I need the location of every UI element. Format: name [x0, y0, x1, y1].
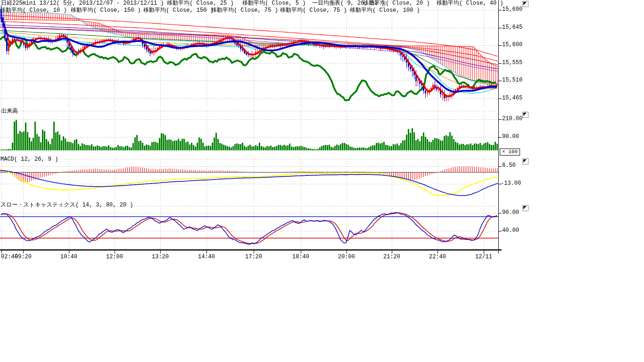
legend-ma-75b: 移動平均( Close, 75 ) [280, 8, 347, 14]
stoch-axis-label: 40.00 [502, 228, 519, 234]
legend-ma-5: 移動平均( Close, 5 ) [242, 0, 305, 7]
stoch-pane-resize-icon[interactable] [522, 205, 528, 211]
price-axis-label: 15,690 [502, 7, 522, 13]
time-axis-label: 12:00 [106, 254, 123, 260]
time-axis-label: 21:20 [383, 254, 400, 260]
chart-canvas[interactable] [0, 0, 644, 264]
chart-window: 日経225mini 13/12( 5分, 2013/12/07 - 2013/1… [0, 0, 644, 362]
macd-pane-resize-icon[interactable] [522, 158, 528, 165]
time-axis-label: 12/11 [475, 254, 492, 260]
macd-pane-label: MACD( 12, 26, 9 ) [0, 156, 58, 163]
volume-axis-label: 90.00 [502, 134, 519, 140]
price-axis-label: 15,600 [502, 42, 522, 48]
legend-ma-150a: 移動平均( Close, 150 ) [71, 8, 141, 14]
time-axis-label: 13:20 [152, 254, 169, 260]
price-axis-label: 15,645 [502, 25, 522, 31]
price-axis-label: 15,510 [502, 77, 522, 83]
stoch-axis-label: 90.00 [502, 210, 519, 216]
time-axis-label: 22:40 [429, 254, 446, 260]
time-axis-label: 09:20 [15, 254, 32, 260]
macd-axis-label: -13.00 [501, 181, 521, 187]
legend-ma-150b: 移動平均( Close, 150 ) [143, 8, 214, 14]
volume-axis-label: 210.00 [502, 116, 522, 122]
stochastics-pane-label: スロー・ストキャスティクス( 14, 3, 80, 20 ) [0, 202, 133, 208]
price-axis-label: 15,555 [502, 60, 522, 66]
volume-pane-label: 出来高 [1, 108, 18, 115]
macd-axis-label: 6.50 [502, 163, 516, 169]
time-axis-label: 17:20 [245, 254, 262, 260]
legend-ma-100: 移動平均( Close, 100 ) [350, 8, 420, 14]
legend-ma-10: 移動平均( Close, 10 ) [0, 8, 67, 14]
price-pane-resize-icon[interactable] [522, 1, 528, 7]
time-axis-label: 10:40 [60, 254, 77, 260]
legend-ma-25: 移動平均( Close, 25 ) [167, 0, 234, 7]
legend-ma-75a: 移動平均( Close, 75 ) [211, 8, 278, 14]
legend-symbol-title: 日経225mini 13/12( 5分, 2013/12/07 - 2013/1… [1, 0, 164, 7]
legend-ma-20: 移動平均( Close, 20 ) [363, 0, 430, 7]
time-axis-label: 20:00 [338, 254, 355, 260]
legend-ma-40: 移動平均( Close, 40 ) [437, 0, 504, 7]
time-axis-label: 14:40 [198, 254, 215, 260]
volume-pane-resize-icon[interactable] [522, 112, 528, 118]
price-axis-label: 15,465 [502, 95, 522, 101]
multiplier-badge: × 100 [500, 148, 520, 156]
time-axis-label: 18:40 [292, 254, 309, 260]
